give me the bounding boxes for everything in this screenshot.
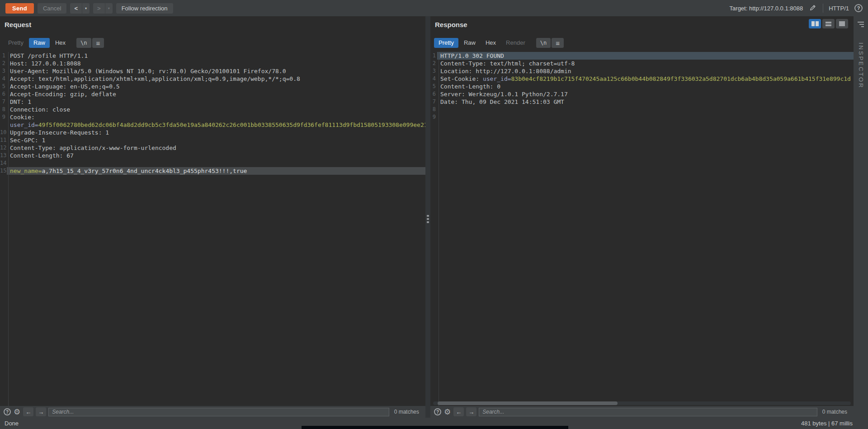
code-text: HTTP/1.0 302 FOUND — [437, 52, 854, 60]
panel-divider[interactable] — [425, 16, 430, 418]
request-search-input[interactable] — [48, 408, 389, 416]
response-code-line-6[interactable]: 6Server: Werkzeug/1.0.1 Python/2.7.17 — [430, 90, 854, 98]
divider-drag-handle-icon[interactable] — [427, 215, 429, 223]
request-code-line-5[interactable]: 5Accept-Language: en-US,en;q=0.5 — [0, 83, 425, 90]
tab-pretty[interactable]: Pretty — [434, 38, 458, 48]
forward-button[interactable]: > — [93, 3, 105, 14]
request-search-matches: 0 matches — [392, 409, 422, 415]
code-text: new_name=a,7h15_15_4_v3ry_57r0n6_4nd_unc… — [7, 167, 425, 175]
response-code-line-2[interactable]: 2Content-Type: text/html; charset=utf-8 — [430, 60, 854, 67]
code-text — [7, 159, 425, 167]
search-help-icon[interactable]: ? — [4, 408, 11, 415]
tab-raw[interactable]: Raw — [459, 38, 480, 48]
response-editor[interactable]: 1HTTP/1.0 302 FOUND2Content-Type: text/h… — [430, 52, 854, 406]
search-prev-button[interactable]: ← — [23, 407, 33, 416]
code-text: Sec-GPC: 1 — [7, 136, 425, 144]
tab-render[interactable]: Render — [501, 38, 530, 48]
tab-raw[interactable]: Raw — [29, 38, 50, 48]
response-code-line-3[interactable]: 3Location: http://127.0.0.1:8088/admin — [430, 67, 854, 75]
bottom-overlay-bar — [302, 426, 568, 429]
search-prev-button[interactable]: ← — [453, 407, 464, 416]
response-code-line-5[interactable]: 5Content-Length: 0 — [430, 83, 854, 90]
request-tab-row: PrettyRawHex\n≡ — [4, 38, 104, 48]
response-code-line-8[interactable]: 8 — [430, 106, 854, 113]
request-code-line-6[interactable]: 6Accept-Encoding: gzip, deflate — [0, 90, 425, 98]
request-code-line-14[interactable]: 14 — [0, 159, 425, 167]
tab-hex[interactable]: Hex — [51, 38, 70, 48]
code-text: Content-Type: text/html; charset=utf-8 — [437, 60, 854, 67]
cancel-button[interactable]: Cancel — [38, 3, 66, 14]
back-split-button: < ▾ — [70, 3, 90, 14]
inspector-strip[interactable]: INSPECTOR — [854, 16, 868, 418]
request-code-line-7[interactable]: 7DNT: 1 — [0, 98, 425, 106]
code-text: Accept: text/html,application/xhtml+xml,… — [7, 75, 425, 83]
code-text: Server: Werkzeug/1.0.1 Python/2.7.17 — [437, 90, 854, 98]
request-code-line-13[interactable]: 13Content-Length: 67 — [0, 152, 425, 159]
code-text: Cookie: user_id=49f5f0062780bed62dc06bf4… — [7, 113, 425, 129]
request-code-line-3[interactable]: 3User-Agent: Mozilla/5.0 (Windows NT 10.… — [0, 67, 425, 75]
search-settings-gear-icon[interactable]: ⚙ — [13, 408, 21, 416]
request-editor[interactable]: 1POST /profile HTTP/1.12Host: 127.0.0.1:… — [0, 52, 425, 406]
top-toolbar: Send Cancel < ▾ > ▾ Follow redirection T… — [0, 0, 868, 16]
back-dropdown-caret-icon[interactable]: ▾ — [82, 3, 90, 14]
response-code-line-9[interactable]: 9 — [430, 113, 854, 121]
code-text: POST /profile HTTP/1.1 — [7, 52, 425, 60]
response-code-line-4[interactable]: 4Set-Cookie: user_id=83b0e4cf8219b1c715f… — [430, 75, 854, 83]
single-view-button[interactable] — [836, 19, 848, 28]
line-number: 7 — [430, 98, 437, 106]
request-code-line-11[interactable]: 11Sec-GPC: 1 — [0, 136, 425, 144]
response-hscrollbar[interactable] — [433, 401, 851, 405]
inspector-label[interactable]: INSPECTOR — [858, 42, 864, 89]
help-icon[interactable]: ? — [854, 4, 863, 12]
line-number: 4 — [0, 75, 7, 83]
request-code-line-2[interactable]: 2Host: 127.0.0.1:8088 — [0, 60, 425, 67]
line-number: 1 — [430, 52, 437, 60]
toolbar-separator — [823, 4, 823, 13]
response-code-line-1[interactable]: 1HTTP/1.0 302 FOUND — [430, 52, 854, 60]
edit-target-button[interactable] — [808, 4, 817, 13]
show-newlines-button[interactable]: \n — [76, 38, 91, 48]
search-next-button[interactable]: → — [36, 407, 46, 416]
line-number: 11 — [0, 136, 7, 144]
back-button[interactable]: < — [70, 3, 82, 14]
editor-menu-icon[interactable]: ≡ — [92, 38, 104, 48]
tab-pretty[interactable]: Pretty — [4, 38, 28, 48]
response-hscrollbar-thumb[interactable] — [438, 401, 618, 405]
forward-dropdown-caret-icon[interactable]: ▾ — [105, 3, 113, 14]
line-number: 12 — [0, 144, 7, 152]
code-text — [437, 113, 854, 121]
response-search-input[interactable] — [479, 408, 817, 416]
editor-menu-icon[interactable]: ≡ — [552, 38, 564, 48]
line-number: 8 — [0, 106, 7, 113]
inspector-collapse-icon[interactable] — [858, 22, 864, 27]
show-newlines-button[interactable]: \n — [536, 38, 551, 48]
send-button[interactable]: Send — [5, 3, 34, 14]
http-version-label[interactable]: HTTP/1 — [829, 5, 849, 12]
line-number: 13 — [0, 152, 7, 159]
columns-view-button[interactable] — [809, 19, 821, 28]
request-code-line-15[interactable]: 15new_name=a,7h15_15_4_v3ry_57r0n6_4nd_u… — [0, 167, 425, 175]
code-text: Accept-Language: en-US,en;q=0.5 — [7, 83, 425, 90]
search-next-button[interactable]: → — [466, 407, 476, 416]
pencil-icon — [809, 4, 816, 13]
line-number: 4 — [430, 75, 437, 83]
response-panel: Response PrettyRawHexRender\n≡ 1HTTP/1.0… — [430, 16, 854, 418]
search-help-icon[interactable]: ? — [434, 408, 441, 415]
follow-redirection-button[interactable]: Follow redirection — [116, 3, 173, 14]
request-code-line-9[interactable]: 9Cookie: user_id=49f5f0062780bed62dc06bf… — [0, 113, 425, 129]
response-code-line-7[interactable]: 7Date: Thu, 09 Dec 2021 14:51:03 GMT — [430, 98, 854, 106]
code-text: Content-Length: 67 — [7, 152, 425, 159]
tab-hex[interactable]: Hex — [481, 38, 500, 48]
line-number: 6 — [430, 90, 437, 98]
line-number: 5 — [430, 83, 437, 90]
request-code-line-12[interactable]: 12Content-Type: application/x-www-form-u… — [0, 144, 425, 152]
line-number: 7 — [0, 98, 7, 106]
request-code-line-10[interactable]: 10Upgrade-Insecure-Requests: 1 — [0, 129, 425, 136]
request-code-line-8[interactable]: 8Connection: close — [0, 106, 425, 113]
search-settings-gear-icon[interactable]: ⚙ — [443, 408, 451, 416]
line-number: 8 — [430, 106, 437, 113]
request-panel-title: Request — [5, 21, 31, 28]
request-code-line-4[interactable]: 4Accept: text/html,application/xhtml+xml… — [0, 75, 425, 83]
rows-view-button[interactable] — [822, 19, 835, 28]
request-code-line-1[interactable]: 1POST /profile HTTP/1.1 — [0, 52, 425, 60]
